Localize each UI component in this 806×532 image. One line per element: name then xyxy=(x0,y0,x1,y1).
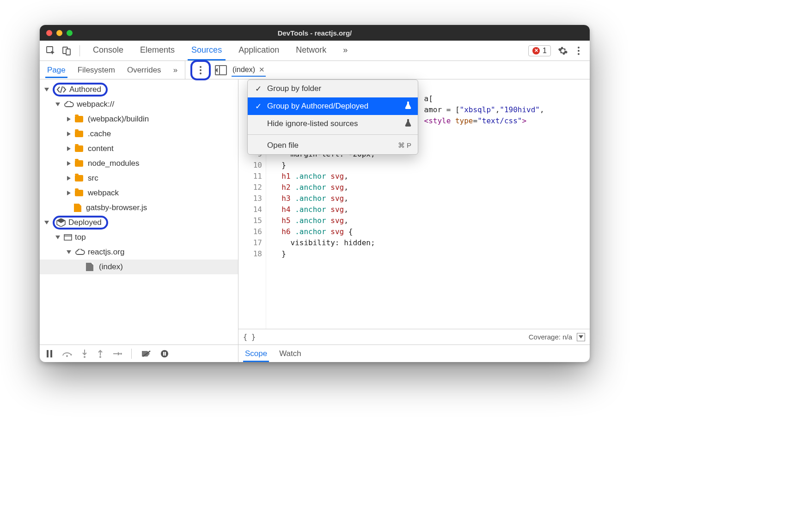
menu-item-hide-ignore-listed[interactable]: Hide ignore-listed sources xyxy=(248,115,418,133)
deactivate-breakpoints-icon[interactable] xyxy=(141,350,151,357)
more-options-button[interactable] xyxy=(194,63,208,77)
disclosure-open-icon xyxy=(55,236,60,239)
menu-label: Group by folder xyxy=(267,84,321,93)
package-icon xyxy=(56,218,66,227)
tab-watch[interactable]: Watch xyxy=(277,346,303,361)
menu-item-open-file[interactable]: Open file ⌘ P xyxy=(248,137,418,154)
titlebar: DevTools - reactjs.org/ xyxy=(40,25,590,41)
disclosure-closed-icon xyxy=(67,191,71,195)
svg-point-5 xyxy=(578,53,580,55)
tree-label: gatsby-browser.js xyxy=(86,203,147,212)
navigator-tab-filesystem[interactable]: Filesystem xyxy=(76,63,117,78)
editor-tabs: (index) ✕ xyxy=(215,61,266,79)
step-icon[interactable] xyxy=(113,351,122,357)
deployed-pill: Deployed xyxy=(53,216,108,230)
editor-tab-index[interactable]: (index) ✕ xyxy=(232,64,266,77)
tab-sources[interactable]: Sources xyxy=(188,42,226,60)
kebab-icon[interactable] xyxy=(572,44,585,57)
debugger-toolbar xyxy=(40,345,238,362)
tab-scope[interactable]: Scope xyxy=(243,346,269,361)
authored-label: Authored xyxy=(69,85,101,94)
disclosure-open-icon xyxy=(44,88,49,91)
tree-item-origin[interactable]: reactjs.org xyxy=(40,245,238,260)
menu-separator xyxy=(248,134,418,135)
tree-folder[interactable]: webpack xyxy=(40,186,238,200)
tree-item-webpack[interactable]: webpack:// xyxy=(40,97,238,112)
code-icon xyxy=(56,86,67,93)
svg-rect-12 xyxy=(50,350,52,357)
coverage-label: Coverage: n/a xyxy=(529,333,572,341)
more-options-menu: ✓ Group by folder ✓ Group by Authored/De… xyxy=(247,79,418,155)
separator xyxy=(131,349,132,359)
menu-label: Open file xyxy=(267,141,299,150)
toggle-navigator-icon[interactable] xyxy=(215,65,227,75)
tree-folder[interactable]: src xyxy=(40,171,238,186)
navigator-tab-page[interactable]: Page xyxy=(45,63,67,78)
navigator-pane: Authored webpack:// (webpack)/buildin .c… xyxy=(40,79,238,362)
error-count-badge[interactable]: ✕ 1 xyxy=(528,45,551,56)
device-toggle-icon[interactable] xyxy=(60,44,73,57)
check-icon: ✓ xyxy=(254,102,263,111)
gear-icon[interactable] xyxy=(556,44,569,57)
tree-label: webpack xyxy=(88,188,119,198)
flask-icon xyxy=(405,119,411,129)
tree-label: src xyxy=(88,174,98,183)
navigator-overflow[interactable]: » xyxy=(171,63,179,78)
folder-icon xyxy=(75,175,83,181)
frame-icon xyxy=(64,234,72,241)
dock-icon[interactable] xyxy=(577,333,585,341)
file-tree[interactable]: Authored webpack:// (webpack)/buildin .c… xyxy=(40,79,238,345)
disclosure-open-icon xyxy=(55,103,60,106)
navigator-tab-overrides[interactable]: Overrides xyxy=(125,63,163,78)
inspect-element-icon[interactable] xyxy=(44,44,57,57)
tree-label: reactjs.org xyxy=(88,248,124,257)
disclosure-closed-icon xyxy=(67,161,71,166)
js-file-icon xyxy=(74,204,81,212)
tree-folder[interactable]: node_modules xyxy=(40,156,238,171)
pretty-print-icon[interactable]: { } xyxy=(243,333,256,341)
step-over-icon[interactable] xyxy=(62,350,72,357)
tab-network[interactable]: Network xyxy=(292,42,330,60)
tabs-overflow[interactable]: » xyxy=(339,42,351,60)
folder-icon xyxy=(75,116,83,122)
menu-item-group-by-folder[interactable]: ✓ Group by folder xyxy=(248,80,418,97)
close-tab-icon[interactable]: ✕ xyxy=(259,66,265,74)
step-into-icon[interactable] xyxy=(81,350,88,358)
svg-point-7 xyxy=(200,69,202,71)
tab-console[interactable]: Console xyxy=(89,42,127,60)
tree-file[interactable]: gatsby-browser.js xyxy=(40,200,238,215)
disclosure-open-icon xyxy=(67,250,71,254)
tab-application[interactable]: Application xyxy=(235,42,283,60)
svg-rect-2 xyxy=(66,49,70,55)
flask-icon xyxy=(405,102,411,111)
tab-elements[interactable]: Elements xyxy=(136,42,178,60)
tree-file-index[interactable]: (index) xyxy=(40,260,238,274)
sources-subbar: Page Filesystem Overrides » (index) ✕ xyxy=(40,61,590,79)
keyboard-shortcut: ⌘ P xyxy=(398,141,411,150)
authored-pill: Authored xyxy=(53,83,108,97)
tree-folder[interactable]: .cache xyxy=(40,127,238,141)
pause-on-exceptions-icon[interactable] xyxy=(160,350,169,358)
disclosure-closed-icon xyxy=(67,146,71,151)
deployed-label: Deployed xyxy=(68,218,102,227)
cloud-icon xyxy=(75,249,85,255)
error-count: 1 xyxy=(543,47,547,55)
svg-rect-11 xyxy=(47,350,49,357)
svg-point-15 xyxy=(99,356,101,358)
subbar-divider xyxy=(185,61,185,79)
tree-folder[interactable]: content xyxy=(40,141,238,156)
pause-icon[interactable] xyxy=(46,350,53,357)
tree-group-deployed[interactable]: Deployed xyxy=(40,215,238,230)
tree-group-authored[interactable]: Authored xyxy=(40,82,238,97)
document-icon xyxy=(86,263,93,271)
tree-label: node_modules xyxy=(88,159,140,168)
editor-tab-label: (index) xyxy=(232,66,255,74)
step-out-icon[interactable] xyxy=(97,350,104,358)
cloud-icon xyxy=(64,101,74,108)
tree-item-top[interactable]: top xyxy=(40,230,238,245)
disclosure-closed-icon xyxy=(67,176,71,181)
tree-folder[interactable]: (webpack)/buildin xyxy=(40,112,238,127)
menu-item-group-by-authored-deployed[interactable]: ✓ Group by Authored/Deployed xyxy=(248,97,418,115)
svg-point-17 xyxy=(161,350,168,357)
tree-label: content xyxy=(88,144,114,153)
